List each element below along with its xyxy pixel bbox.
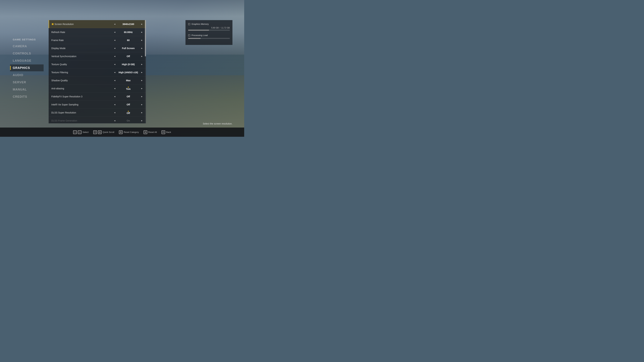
arrow-left-frame-rate[interactable]: ◄	[113, 39, 116, 41]
setting-name-vertical-sync: Vertical Synchronization	[51, 55, 113, 58]
arrow-left-dlss-sr[interactable]: ◄	[113, 111, 116, 114]
sidebar-item-game-settings[interactable]: GAME SETTINGS	[10, 36, 44, 42]
sidebar: GAME SETTINGS CAMERA CONTROLS LANGUAGE G…	[10, 36, 44, 100]
key-r[interactable]: R	[119, 130, 122, 134]
settings-row-refresh-rate[interactable]: Refresh Rate◄60.00Hz►	[49, 28, 146, 36]
arrow-right-frame-rate[interactable]: ►	[140, 39, 143, 41]
setting-value-refresh-rate: 60.00Hz	[118, 31, 139, 33]
settings-row-display-mode[interactable]: Display Mode◄Full Screen►	[49, 44, 146, 52]
sidebar-item-audio[interactable]: AUDIO	[10, 72, 44, 79]
setting-controls-texture-quality: ◄High (8 GB)►	[113, 63, 143, 66]
settings-row-frame-rate[interactable]: Frame Rate◄60►	[49, 36, 146, 44]
setting-value-intel-xe: Off	[118, 103, 139, 106]
settings-row-texture-quality[interactable]: Texture Quality◄High (8 GB)►	[49, 60, 146, 68]
arrow-right-dlss-fg[interactable]: ►	[140, 119, 143, 122]
highlight-icon-screen-resolution	[52, 23, 54, 25]
settings-row-vertical-sync[interactable]: Vertical Synchronization◄Off►	[49, 52, 146, 60]
setting-name-anti-aliasing: Anti-aliasing	[51, 87, 113, 90]
processing-load-bar-container	[188, 38, 230, 39]
graphics-memory-total: 11.72 GB	[221, 27, 230, 29]
arrow-left-vertical-sync[interactable]: ◄	[113, 55, 116, 57]
graphics-memory-icon	[188, 23, 190, 25]
hint-reset-category-label: Reset Category	[124, 131, 139, 133]
arrow-right-texture-filtering[interactable]: ►	[140, 71, 143, 73]
arrow-left-texture-quality[interactable]: ◄	[113, 63, 116, 65]
scroll-thumb[interactable]	[145, 20, 146, 56]
setting-controls-frame-rate: ◄60►	[113, 39, 143, 41]
setting-controls-texture-filtering: ◄High (ANISO x16)►	[113, 71, 143, 74]
hint-quick-scroll: T G Quick Scroll	[93, 130, 114, 134]
processing-load-bar	[188, 38, 230, 39]
graphics-memory-bar	[188, 30, 230, 31]
setting-value-dlss-sr: Off	[118, 111, 139, 114]
key-down[interactable]	[78, 130, 82, 134]
settings-row-texture-filtering[interactable]: Texture Filtering◄High (ANISO x16)►	[49, 68, 146, 76]
settings-row-shadow-quality[interactable]: Shadow Quality◄Max►	[49, 76, 146, 84]
bottom-bar: Select T G Quick Scroll R Reset Category…	[0, 128, 244, 137]
setting-controls-fidelityfx: ◄Off►	[113, 95, 143, 98]
sidebar-item-language[interactable]: LANGUAGE	[10, 57, 44, 64]
graphics-memory-title: Graphics Memory	[188, 23, 230, 25]
separator: /	[220, 27, 220, 29]
setting-value-screen-resolution: 3840x2160	[118, 23, 139, 25]
setting-value-anti-aliasing: TAA	[118, 87, 139, 90]
hint-reset-category: R Reset Category	[119, 130, 139, 134]
arrow-left-screen-resolution[interactable]: ◄	[113, 23, 116, 25]
settings-row-fidelityfx[interactable]: FidelityFX Super Resolution 3◄Off►	[49, 92, 146, 100]
arrow-left-display-mode[interactable]: ◄	[113, 47, 116, 49]
arrow-left-dlss-fg[interactable]: ◄	[113, 119, 116, 122]
setting-value-texture-quality: High (8 GB)	[118, 63, 139, 66]
hint-back-label: Back	[166, 131, 171, 133]
arrow-right-display-mode[interactable]: ►	[140, 47, 143, 49]
setting-name-refresh-rate: Refresh Rate	[51, 31, 113, 33]
key-up[interactable]	[73, 130, 77, 134]
processing-load-icon	[188, 34, 190, 36]
arrow-right-dlss-sr[interactable]: ►	[140, 111, 143, 114]
settings-row-dlss-fg[interactable]: DLSS Frame Generation◄On►	[49, 117, 146, 123]
sidebar-item-credits[interactable]: CREDITS	[10, 93, 44, 100]
setting-controls-intel-xe: ◄Off►	[113, 103, 143, 106]
setting-name-shadow-quality: Shadow Quality	[51, 79, 113, 82]
arrow-right-anti-aliasing[interactable]: ►	[140, 87, 143, 90]
key-g[interactable]: G	[98, 130, 102, 134]
settings-row-intel-xe[interactable]: Intel® Xe Super Sampling◄Off►	[49, 100, 146, 109]
arrow-right-fidelityfx[interactable]: ►	[140, 95, 143, 98]
arrow-right-shadow-quality[interactable]: ►	[140, 79, 143, 82]
arrow-left-anti-aliasing[interactable]: ◄	[113, 87, 116, 90]
arrow-left-texture-filtering[interactable]: ◄	[113, 71, 116, 73]
setting-name-texture-filtering: Texture Filtering	[51, 71, 113, 74]
hint-reset-all-label: Reset All	[148, 131, 157, 133]
sidebar-item-manual[interactable]: MANUAL	[10, 86, 44, 93]
setting-name-dlss-fg: DLSS Frame Generation	[51, 119, 113, 122]
sidebar-item-controls[interactable]: CONTROLS	[10, 50, 44, 57]
graphics-memory-section: Graphics Memory 5.90 GB / 11.72 GB	[188, 23, 230, 31]
hint-select: Select	[73, 130, 88, 134]
key-t[interactable]: T	[93, 130, 97, 134]
key-x[interactable]: X	[144, 130, 147, 134]
arrow-left-shadow-quality[interactable]: ◄	[113, 79, 116, 82]
arrow-right-vertical-sync[interactable]: ►	[140, 55, 143, 57]
arrow-right-intel-xe[interactable]: ►	[140, 103, 143, 106]
setting-controls-anti-aliasing: ◄TAA►	[113, 87, 143, 90]
setting-value-dlss-fg: On	[118, 119, 139, 122]
dot-indicator-dlss-sr	[128, 111, 129, 112]
arrow-right-screen-resolution[interactable]: ►	[140, 23, 143, 25]
sidebar-item-camera[interactable]: CAMERA	[10, 43, 44, 50]
graphics-memory-used: 5.90 GB	[211, 27, 219, 29]
setting-value-vertical-sync: Off	[118, 55, 139, 58]
processing-load-section: Processing Load	[188, 34, 230, 39]
arrow-left-fidelityfx[interactable]: ◄	[113, 95, 116, 98]
arrow-right-texture-quality[interactable]: ►	[140, 63, 143, 65]
settings-row-screen-resolution[interactable]: Screen Resolution◄3840x2160►	[49, 20, 146, 28]
sidebar-item-server[interactable]: SERVER	[10, 79, 44, 86]
arrow-left-intel-xe[interactable]: ◄	[113, 103, 116, 106]
settings-row-dlss-sr[interactable]: DLSS Super Resolution◄Off►	[49, 109, 146, 117]
settings-row-anti-aliasing[interactable]: Anti-aliasing◄TAA►	[49, 84, 146, 92]
sidebar-item-graphics[interactable]: GRAPHICS	[10, 64, 44, 71]
arrow-right-refresh-rate[interactable]: ►	[140, 31, 143, 33]
setting-value-display-mode: Full Screen	[118, 47, 139, 50]
scrollbar[interactable]	[145, 20, 146, 123]
setting-controls-refresh-rate: ◄60.00Hz►	[113, 31, 143, 33]
arrow-left-refresh-rate[interactable]: ◄	[113, 31, 116, 33]
key-back[interactable]: 🎮	[162, 130, 165, 134]
